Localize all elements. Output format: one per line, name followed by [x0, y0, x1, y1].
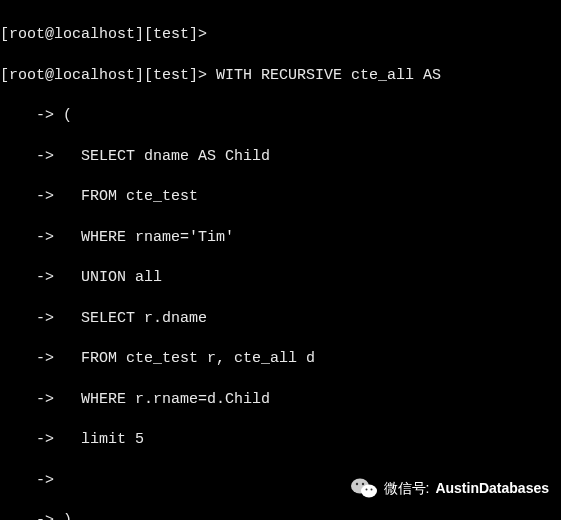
- terminal-line: [root@localhost][test]> WITH RECURSIVE c…: [0, 66, 561, 86]
- svg-point-4: [365, 489, 367, 491]
- svg-point-5: [370, 489, 372, 491]
- terminal-line: -> SELECT dname AS Child: [0, 147, 561, 167]
- terminal-line: -> limit 5: [0, 430, 561, 450]
- terminal-line: -> SELECT r.dname: [0, 309, 561, 329]
- svg-point-1: [361, 485, 377, 498]
- watermark-label: 微信号:: [384, 479, 430, 498]
- terminal-line: -> UNION all: [0, 268, 561, 288]
- terminal-line: -> FROM cte_test: [0, 187, 561, 207]
- watermark-name: AustinDatabases: [435, 479, 549, 498]
- terminal-line: -> ): [0, 511, 561, 520]
- svg-point-3: [361, 483, 363, 485]
- terminal-line: -> FROM cte_test r, cte_all d: [0, 349, 561, 369]
- terminal-line: -> WHERE r.rname=d.Child: [0, 390, 561, 410]
- wechat-icon: [350, 476, 378, 500]
- terminal-line: -> WHERE rname='Tim': [0, 228, 561, 248]
- svg-point-2: [355, 483, 357, 485]
- terminal-line: -> (: [0, 106, 561, 126]
- watermark: 微信号: AustinDatabases: [350, 476, 549, 500]
- terminal-output[interactable]: [root@localhost][test]> [root@localhost]…: [0, 5, 561, 520]
- terminal-line: [root@localhost][test]>: [0, 25, 561, 45]
